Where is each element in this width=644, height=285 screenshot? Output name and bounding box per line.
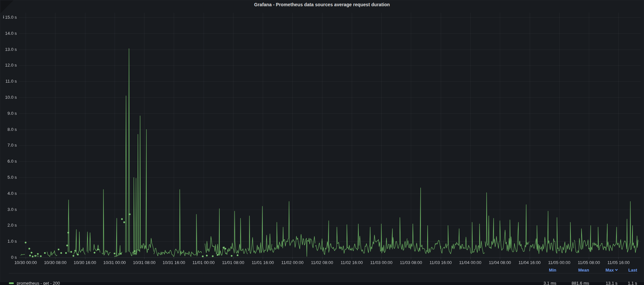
y-tick-label: 6.0 s [0,159,17,164]
legend-stat-header-mean[interactable]: Mean [556,268,589,273]
info-icon: i [3,14,4,20]
time-series-plot[interactable] [0,0,644,267]
x-tick-label: 10/30 16:00 [70,260,100,265]
legend-stat-value-mean: 881.6 ms [556,281,589,285]
legend-stat-value-min: 3.1 ms [533,281,556,285]
legend-stat-value-last: 1.1 s [617,281,637,285]
x-tick-label: 11/03 00:00 [366,260,396,265]
legend-stat-header-min[interactable]: Min [533,268,556,273]
legend-stat-header-last[interactable]: Last [617,268,637,273]
y-tick-label: 0 s [0,255,17,260]
legend-series[interactable]: prometheus - get - 200 [9,281,533,285]
x-tick-label: 11/04 08:00 [485,260,515,265]
y-tick-label: 3.0 s [0,207,17,212]
series-color-swatch [9,282,14,284]
y-tick-label: 8.0 s [0,127,17,132]
x-tick-label: 11/01 08:00 [218,260,248,265]
y-tick-label: 10.0 s [0,95,17,100]
y-tick-label: 13.0 s [0,47,17,52]
y-tick-label: 7.0 s [0,143,17,148]
x-tick-label: 11/03 16:00 [426,260,455,265]
x-tick-label: 10/30 00:00 [11,260,40,265]
legend-divider [9,273,637,274]
x-tick-label: 10/31 08:00 [129,260,159,265]
series-label: prometheus - get - 200 [17,281,60,285]
x-tick-label: 11/03 08:00 [396,260,426,265]
legend-stat-value-max: 13.1 s [589,281,617,285]
y-tick-label: 9.0 s [0,111,17,116]
x-tick-label: 11/01 16:00 [248,260,278,265]
y-tick-label: 5.0 s [0,175,17,180]
y-tick-label: 1.0 s [0,239,17,244]
x-tick-label: 11/02 00:00 [278,260,307,265]
x-tick-label: 11/04 16:00 [515,260,544,265]
y-tick-label: 14.0 s [0,31,17,36]
x-tick-label: 10/30 08:00 [40,260,70,265]
legend-stat-header-max[interactable]: Max [589,268,617,273]
x-tick-label: 10/31 00:00 [100,260,129,265]
grafana-panel: i Grafana - Prometheus data sources aver… [0,0,644,282]
x-tick-label: 10/31 16:00 [159,260,189,265]
y-tick-label: 12.0 s [0,63,17,68]
x-tick-label: 11/04 00:00 [455,260,485,265]
x-tick-label: 11/02 16:00 [337,260,366,265]
legend: Min Mean Max Last prometheus - get - 200… [9,267,637,285]
x-tick-label: 11/05 08:00 [574,260,604,265]
y-tick-label: 11.0 s [0,79,17,84]
x-tick-label: 11/02 08:00 [307,260,337,265]
x-tick-label: 11/05 00:00 [544,260,574,265]
y-tick-label: 2.0 s [0,223,17,228]
y-tick-label: 4.0 s [0,191,17,196]
x-tick-label: 11/01 00:00 [189,260,218,265]
x-tick-label: 11/05 16:00 [604,260,633,265]
page: { "panel": { "title": "Grafana - Prometh… [0,0,644,285]
panel-info-corner[interactable]: i [0,0,13,13]
